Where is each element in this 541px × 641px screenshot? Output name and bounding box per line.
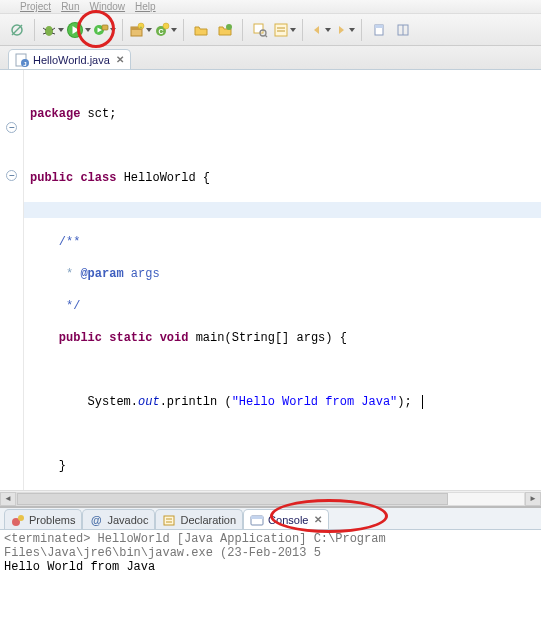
close-icon[interactable]: ✕ [116, 54, 124, 65]
toolbar-separator [34, 19, 35, 41]
chevron-down-icon [325, 28, 331, 32]
svg-rect-39 [164, 516, 174, 525]
chevron-down-icon [171, 28, 177, 32]
fold-handle-icon[interactable]: ‒ [6, 170, 17, 181]
svg-line-5 [43, 33, 46, 34]
pin-button[interactable] [368, 19, 390, 41]
editor-gutter[interactable]: ‒ ‒ [0, 70, 24, 490]
menu-item[interactable]: Window [89, 1, 125, 12]
code-editor[interactable]: ‒ ‒ package sct; public class HelloWorld… [0, 70, 541, 490]
annotate-button[interactable] [273, 19, 296, 41]
toolbar-separator [242, 19, 243, 41]
editor-tab-row: J HelloWorld.java ✕ [0, 46, 541, 70]
declaration-icon [162, 513, 176, 527]
svg-rect-21 [254, 24, 263, 33]
tab-declaration[interactable]: Declaration [155, 509, 243, 529]
svg-text:C: C [158, 28, 163, 35]
console-icon [250, 513, 264, 527]
open-button[interactable] [190, 19, 212, 41]
chevron-down-icon [110, 28, 116, 32]
text-caret [422, 395, 423, 409]
chevron-down-icon [349, 28, 355, 32]
svg-rect-43 [251, 516, 263, 519]
tab-console[interactable]: Console ✕ [243, 509, 329, 529]
java-file-icon: J [15, 53, 29, 67]
svg-rect-30 [375, 25, 383, 28]
run-external-button[interactable] [93, 19, 116, 41]
tab-label: Declaration [180, 514, 236, 526]
console-output: Hello World from Java [4, 560, 537, 574]
editor-horizontal-scrollbar[interactable]: ◄ ► [0, 490, 541, 506]
svg-text:+: + [140, 23, 143, 29]
tab-label: Console [268, 514, 308, 526]
console-view[interactable]: <terminated> HelloWorld [Java Applicatio… [0, 530, 541, 641]
chevron-down-icon [290, 28, 296, 32]
svg-point-37 [18, 515, 24, 521]
open-type-button[interactable] [214, 19, 236, 41]
svg-line-6 [52, 33, 55, 34]
menu-item[interactable]: Run [61, 1, 79, 12]
tab-javadoc[interactable]: @ Javadoc [82, 509, 155, 529]
new-package-button[interactable]: + [129, 19, 152, 41]
menu-item[interactable]: Help [135, 1, 156, 12]
svg-text:J: J [23, 61, 26, 67]
editor-tab-helloworld[interactable]: J HelloWorld.java ✕ [8, 49, 131, 69]
svg-line-23 [265, 35, 267, 37]
toolbar-separator [361, 19, 362, 41]
main-toolbar: + C [0, 14, 541, 46]
console-status: <terminated> HelloWorld [Java Applicatio… [4, 532, 537, 560]
chevron-down-icon [146, 28, 152, 32]
back-button[interactable] [309, 19, 331, 41]
tab-label: Javadoc [107, 514, 148, 526]
new-class-button[interactable]: C [154, 19, 177, 41]
editor-tab-label: HelloWorld.java [33, 54, 110, 66]
close-icon[interactable]: ✕ [314, 514, 322, 525]
toolbar-separator [183, 19, 184, 41]
scrollbar-track[interactable] [16, 492, 525, 506]
scroll-left-icon[interactable]: ◄ [0, 492, 16, 506]
toolbar-separator [122, 19, 123, 41]
svg-point-20 [226, 24, 232, 30]
view-tab-row: Problems @ Javadoc Declaration Console ✕ [0, 508, 541, 530]
menu-item[interactable]: Project [20, 1, 51, 12]
forward-button[interactable] [333, 19, 355, 41]
chevron-down-icon [58, 28, 64, 32]
scrollbar-thumb[interactable] [17, 493, 448, 505]
svg-rect-12 [102, 25, 108, 30]
debug-button[interactable] [41, 19, 64, 41]
bottom-panel: Problems @ Javadoc Declaration Console ✕… [0, 508, 541, 641]
svg-marker-28 [339, 26, 344, 34]
tab-label: Problems [29, 514, 75, 526]
svg-point-2 [45, 26, 53, 36]
skip-breakpoints-button[interactable] [6, 19, 28, 41]
svg-marker-27 [314, 26, 319, 34]
scroll-right-icon[interactable]: ► [525, 492, 541, 506]
editor-area: J HelloWorld.java ✕ ‒ ‒ package sct; pub… [0, 46, 541, 508]
svg-rect-24 [275, 24, 287, 36]
svg-point-19 [163, 23, 169, 29]
javadoc-icon: @ [89, 513, 103, 527]
fold-handle-icon[interactable]: ‒ [6, 122, 17, 133]
chevron-down-icon [85, 28, 91, 32]
ruler-button[interactable] [392, 19, 414, 41]
toolbar-separator [302, 19, 303, 41]
menubar[interactable]: Project Run Window Help [0, 0, 541, 14]
search-button[interactable] [249, 19, 271, 41]
problems-icon [11, 513, 25, 527]
run-button[interactable] [66, 19, 91, 41]
tab-problems[interactable]: Problems [4, 509, 82, 529]
svg-text:@: @ [91, 514, 102, 526]
